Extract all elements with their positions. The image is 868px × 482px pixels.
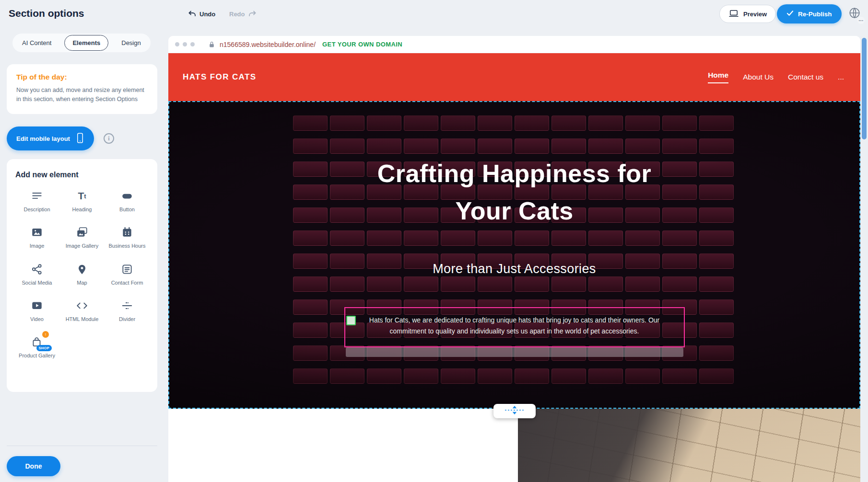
hero-tile [293, 299, 328, 315]
element-product-gallery[interactable]: ↑ SHOP Product Gallery [15, 335, 59, 359]
hero-subheading[interactable]: More than Just Accessories [168, 262, 860, 276]
browser-dot [183, 42, 187, 46]
hero-tile [588, 115, 623, 131]
pavement-photo [518, 409, 860, 482]
image-icon [15, 225, 59, 240]
element-label: Product Gallery [15, 352, 59, 359]
scrollbar-track[interactable] [860, 36, 868, 482]
element-label: HTML Module [60, 316, 104, 322]
nav-item-about[interactable]: About Us [743, 73, 774, 81]
add-element-panel: Add new element Description Tt Heading B… [7, 159, 157, 392]
element-map[interactable]: Map [60, 262, 104, 286]
section-resize-handle[interactable] [493, 404, 536, 418]
element-social-media[interactable]: Social Media [15, 262, 59, 286]
ghost-toolbar [346, 347, 683, 357]
hero-tile [404, 368, 438, 384]
social-media-icon [15, 262, 59, 276]
hero-tile [699, 138, 734, 154]
hero-section[interactable]: Crafting Happiness for Your Cats More th… [168, 101, 860, 409]
undo-label: Undo [199, 11, 215, 18]
nav-more-ellipsis[interactable]: ... [838, 73, 844, 81]
tip-title: Tip of the day: [16, 73, 148, 81]
element-label: Video [15, 316, 59, 322]
undo-icon [188, 10, 196, 19]
hero-tile [441, 230, 475, 246]
hero-tile [699, 276, 734, 292]
edit-mobile-layout-button[interactable]: Edit mobile layout [7, 126, 94, 150]
tab-design[interactable]: Design [113, 35, 149, 51]
hero-tile [367, 276, 401, 292]
phone-icon [76, 132, 84, 146]
selected-text-block[interactable]: Hats for Cats, we are dedicated to craft… [344, 307, 685, 347]
map-pin-icon [60, 262, 104, 276]
element-button[interactable]: Button [106, 189, 149, 213]
scrollbar-thumb[interactable] [862, 38, 867, 139]
hero-tile [330, 138, 364, 154]
tab-elements[interactable]: Elements [64, 35, 108, 51]
product-gallery-icon: ↑ SHOP [15, 335, 59, 349]
element-label: Image Gallery [60, 242, 104, 249]
hero-tile [551, 276, 586, 292]
hero-tile [515, 230, 549, 246]
divider-icon [106, 298, 149, 313]
element-business-hours[interactable]: Business Hours [106, 225, 149, 249]
nav-item-contact[interactable]: Contact us [788, 73, 823, 81]
hero-tile [662, 368, 697, 384]
hero-tile [662, 230, 697, 246]
redo-label: Redo [229, 11, 245, 18]
hero-tile [551, 230, 586, 246]
app-root: Section options Undo Redo Preview Re-Pub… [0, 0, 868, 482]
hero-tile [367, 368, 401, 384]
html-code-icon [60, 298, 104, 313]
hero-tile [699, 299, 734, 315]
tab-ai-content[interactable]: AI Content [14, 35, 59, 51]
button-icon [106, 189, 149, 203]
hero-paragraph[interactable]: Hats for Cats, we are dedicated to craft… [353, 315, 676, 337]
element-label: Social Media [15, 279, 59, 286]
element-contact-form[interactable]: Contact Form [106, 262, 149, 286]
shop-upgrade-badge: ↑ [42, 331, 49, 338]
element-image[interactable]: Image [15, 225, 59, 249]
tip-of-the-day-card: Tip of the day: Now you can add, move an… [7, 64, 157, 114]
hero-tile [625, 115, 660, 131]
heading-icon: Tt [60, 189, 104, 203]
hero-tile [478, 138, 512, 154]
language-globe-button[interactable]: ••• [845, 4, 864, 23]
get-domain-link[interactable]: GET YOUR OWN DOMAIN [322, 41, 402, 48]
republish-label: Re-Publish [798, 11, 832, 18]
lock-icon [209, 41, 215, 48]
hero-tile [625, 368, 660, 384]
site-nav: Home About Us Contact us ... [708, 71, 844, 83]
hero-tile [293, 322, 328, 338]
hero-heading[interactable]: Crafting Happiness for Your Cats [356, 155, 673, 230]
sidebar-divider [7, 446, 157, 446]
element-image-gallery[interactable]: Image Gallery [60, 225, 104, 249]
hero-tile [330, 115, 364, 131]
element-divider[interactable]: Divider [106, 298, 149, 322]
element-description[interactable]: Description [15, 189, 59, 213]
hero-tile [662, 276, 697, 292]
undo-button[interactable]: Undo [188, 10, 215, 19]
redo-button[interactable]: Redo [229, 10, 257, 19]
element-video[interactable]: Video [15, 298, 59, 322]
element-heading[interactable]: Tt Heading [60, 189, 104, 213]
element-html-module[interactable]: HTML Module [60, 298, 104, 322]
editor-canvas: n1566589.websitebuilder.online/ GET YOUR… [168, 36, 860, 482]
element-grid: Description Tt Heading Button Image [15, 189, 149, 359]
nav-item-home[interactable]: Home [708, 71, 728, 83]
next-section [168, 409, 860, 482]
hero-tile [515, 115, 549, 131]
hero-tile [699, 184, 734, 200]
info-icon[interactable]: i [104, 133, 114, 144]
hero-tile [367, 115, 401, 131]
shop-badge: SHOP [36, 345, 52, 351]
site-logo: HATS FOR CATS [183, 72, 257, 82]
browser-dot [175, 42, 179, 46]
hero-tile [441, 368, 475, 384]
page-title: Section options [9, 8, 84, 19]
resize-handle[interactable] [346, 316, 356, 325]
sidebar-tabs: AI Content Elements Design [12, 34, 151, 52]
done-button[interactable]: Done [7, 456, 60, 476]
preview-button[interactable]: Preview [719, 5, 776, 23]
republish-button[interactable]: Re-Publish [777, 4, 842, 23]
